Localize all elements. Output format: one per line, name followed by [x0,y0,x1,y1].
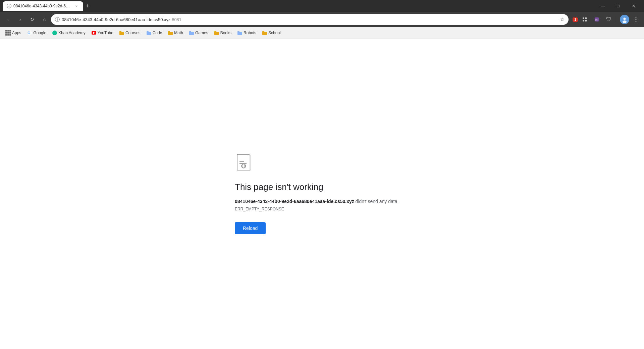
info-icon [55,17,60,22]
svg-text:N: N [595,18,598,21]
profile-button[interactable] [620,15,629,24]
svg-point-16 [636,19,637,20]
address-right-controls: 1 N 🛡 [573,14,641,25]
menu-button[interactable] [631,14,641,25]
url-bar[interactable]: 0841046e-4343-44b0-9e2d-6aa680e41aaa-ide… [51,14,569,25]
svg-rect-9 [585,20,587,21]
page-content: This page isn't working 0841046e-4343-44… [0,39,644,349]
svg-rect-5 [57,19,57,21]
bookmark-apps[interactable]: Apps [3,29,24,37]
math-folder-icon [168,31,173,35]
refresh-button[interactable]: ↻ [27,14,38,25]
bookmark-google[interactable]: G Google [24,29,49,37]
tab-close-button[interactable]: × [74,3,79,9]
svg-rect-25 [168,31,170,32]
error-heading: This page isn't working [235,182,323,192]
forward-button[interactable]: › [15,14,25,25]
svg-rect-31 [237,31,239,32]
bookmark-courses[interactable]: Courses [117,29,143,37]
school-folder-icon [262,31,267,35]
svg-rect-29 [214,31,216,32]
active-tab: 0841046e-4343-44b0-9e2d-6aa6 × [3,1,83,11]
svg-point-17 [636,21,637,22]
svg-text:G: G [28,31,31,35]
bookmark-khan-academy[interactable]: Khan Academy [50,29,88,37]
bookmark-books-label: Books [220,31,231,35]
reload-button[interactable]: Reload [235,222,266,234]
shield-button[interactable]: 🛡 [603,14,614,25]
youtube-favicon [92,31,96,35]
back-button[interactable]: ‹ [3,14,13,25]
google-favicon: G [27,31,32,35]
svg-rect-8 [583,20,584,21]
bookmark-apps-label: Apps [12,31,21,35]
bookmarks-bar: Apps G Google Khan Academy [0,27,644,39]
error-domain: 0841046e-4343-44b0-9e2d-6aa680e41aaa-ide… [235,199,354,204]
svg-rect-32 [262,32,267,35]
bookmark-google-label: Google [33,31,46,35]
extension-badge: 1 [573,17,578,22]
svg-point-13 [624,18,626,20]
title-bar: 0841046e-4343-44b0-9e2d-6aa6 × + — □ ✕ [0,0,644,12]
svg-rect-27 [189,31,191,32]
svg-rect-30 [237,32,242,35]
onenote-extension-button[interactable]: N [591,14,602,25]
url-domain: 0841046e-4343-44b0-9e2d-6aa680e41aaa-ide… [62,17,171,22]
url-port: :8081 [171,17,182,22]
code-folder-icon [147,31,151,35]
bookmark-school-label: School [268,31,281,35]
error-code: ERR_EMPTY_RESPONSE [235,207,284,211]
bookmark-youtube-label: YouTube [98,31,113,35]
svg-rect-21 [119,31,121,32]
khan-favicon [52,31,57,35]
bookmark-youtube[interactable]: YouTube [89,29,116,37]
bookmark-courses-label: Courses [125,31,141,35]
svg-rect-23 [147,31,149,32]
bookmark-robots[interactable]: Robots [235,29,259,37]
bookmark-games-label: Games [195,31,208,35]
svg-rect-6 [583,17,584,19]
svg-rect-20 [119,32,124,35]
svg-point-15 [636,17,637,18]
svg-rect-33 [262,31,264,32]
tab-title: 0841046e-4343-44b0-9e2d-6aa6 [13,4,72,8]
error-message-suffix: didn't send any data. [354,199,399,204]
maximize-button[interactable]: □ [610,0,626,12]
url-text: 0841046e-4343-44b0-9e2d-6aa680e41aaa-ide… [62,17,558,22]
error-container: This page isn't working 0841046e-4343-44… [235,154,409,234]
extension-button[interactable] [579,14,590,25]
books-folder-icon [214,31,219,35]
svg-rect-22 [147,32,151,35]
bookmark-school[interactable]: School [260,29,283,37]
bookmark-code[interactable]: Code [144,29,165,37]
tab-favicon [7,4,11,8]
bookmark-math[interactable]: Math [165,29,186,37]
minimize-button[interactable]: — [595,0,610,12]
bookmark-books[interactable]: Books [212,29,234,37]
bookmark-khan-label: Khan Academy [58,31,86,35]
error-message: 0841046e-4343-44b0-9e2d-6aa680e41aaa-ide… [235,198,398,205]
bookmark-robots-label: Robots [244,31,256,35]
svg-rect-7 [585,17,587,19]
svg-point-4 [57,18,58,19]
window-controls: — □ ✕ [595,0,641,12]
courses-folder-icon [119,31,124,35]
home-button[interactable]: ⌂ [39,14,50,25]
star-icon[interactable] [560,17,565,22]
bookmark-games[interactable]: Games [186,29,211,37]
separator [617,16,617,23]
error-document-icon [235,154,254,174]
svg-point-37 [241,164,246,168]
close-button[interactable]: ✕ [626,0,641,12]
bookmark-code-label: Code [153,31,162,35]
new-tab-button[interactable]: + [83,1,92,11]
robots-folder-icon [237,31,242,35]
svg-rect-24 [168,32,173,35]
apps-grid-icon [5,30,11,36]
games-folder-icon [189,31,194,35]
browser-frame: 0841046e-4343-44b0-9e2d-6aa6 × + — □ ✕ ‹… [0,0,644,349]
address-bar: ‹ › ↻ ⌂ 0841046e-4343-44b0-9e2d-6aa680e4… [0,12,644,27]
svg-rect-28 [214,32,219,35]
svg-rect-26 [189,32,194,35]
bookmark-math-label: Math [174,31,183,35]
